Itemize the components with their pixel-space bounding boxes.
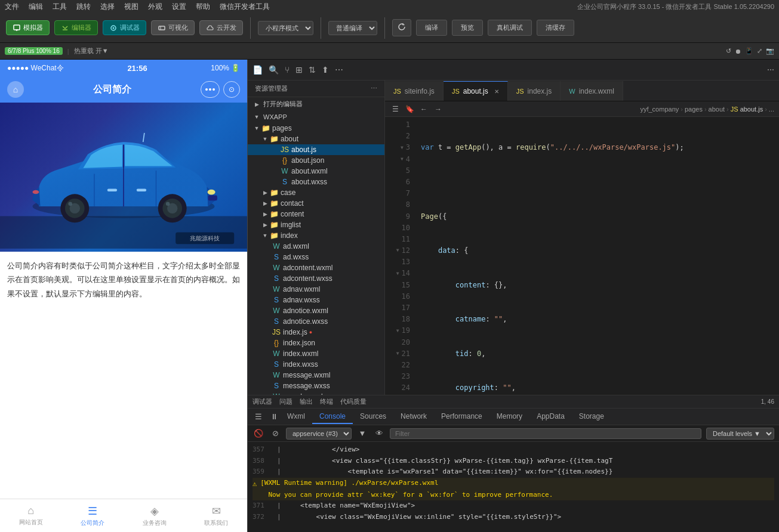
breadcrumb-pages[interactable]: pages bbox=[685, 106, 703, 113]
sim-nav-contact[interactable]: ✉ 联系我们 bbox=[186, 499, 248, 532]
real-device-button[interactable]: 真机调试 bbox=[488, 20, 532, 36]
tree-index-js[interactable]: JS index.js ● bbox=[248, 327, 384, 338]
tree-about-folder[interactable]: ▼ 📁 about bbox=[248, 134, 384, 144]
bookmark-icon[interactable]: 🔖 bbox=[404, 104, 415, 115]
menu-edit[interactable]: 编辑 bbox=[29, 2, 43, 12]
cloud-button[interactable]: 云开发 bbox=[199, 20, 243, 35]
compile-button[interactable]: 编译 bbox=[416, 20, 447, 36]
back-icon[interactable]: ← bbox=[418, 104, 429, 115]
tree-index-folder[interactable]: ▼ 📁 index bbox=[248, 230, 384, 241]
record-icon[interactable]: ⏺ bbox=[735, 48, 741, 55]
source-control-icon[interactable]: ⑂ bbox=[285, 65, 290, 75]
tree-about-js[interactable]: JS about.js bbox=[248, 144, 384, 155]
devtools-sidebar-icon[interactable]: ☰ bbox=[253, 411, 264, 423]
preview-button[interactable]: 预览 bbox=[452, 20, 483, 36]
forward-icon[interactable]: → bbox=[433, 104, 444, 115]
upload-icon[interactable]: ⬆ bbox=[322, 65, 329, 75]
rotate-icon[interactable]: ↺ bbox=[726, 47, 731, 55]
appservice-select[interactable]: appservice (#3) bbox=[286, 428, 352, 440]
refresh-button[interactable] bbox=[392, 19, 411, 36]
sim-record-button[interactable]: ⊙ bbox=[223, 81, 240, 98]
tab-appdata[interactable]: AppData bbox=[529, 410, 572, 424]
tab-sources[interactable]: Sources bbox=[353, 410, 393, 424]
sim-content[interactable]: 兆能源科技 公司简 bbox=[0, 103, 247, 499]
split-icon[interactable]: ⊞ bbox=[295, 65, 303, 75]
tree-ad-wxml[interactable]: W ad.wxml bbox=[248, 241, 384, 252]
tab-network[interactable]: Network bbox=[393, 410, 434, 424]
menu-select[interactable]: 选择 bbox=[100, 2, 115, 12]
files-icon[interactable]: 📄 bbox=[253, 65, 263, 75]
tree-pages-folder[interactable]: ▼ 📁 pages bbox=[248, 123, 384, 134]
sim-nav-business[interactable]: ◈ 业务咨询 bbox=[124, 499, 186, 532]
tree-message-wxss[interactable]: S message.wxss bbox=[248, 381, 384, 391]
menu-appearance[interactable]: 外观 bbox=[148, 2, 162, 12]
tab-wxml[interactable]: Wxml bbox=[280, 410, 312, 424]
console-clear-icon[interactable]: 🚫 bbox=[253, 428, 264, 440]
menu-settings[interactable]: 设置 bbox=[172, 2, 186, 12]
tab-about-js[interactable]: JS about.js ✕ bbox=[444, 81, 508, 101]
tree-case-folder[interactable]: ▶ 📁 case bbox=[248, 187, 384, 198]
editor-button[interactable]: 编辑器 bbox=[54, 20, 98, 35]
tree-about-wxss[interactable]: S about.wxss bbox=[248, 177, 384, 187]
menu-jump[interactable]: 跳转 bbox=[76, 2, 91, 12]
tree-index-wxss[interactable]: S index.wxss bbox=[248, 359, 384, 370]
tree-adcontent-wxss[interactable]: S adcontent.wxss bbox=[248, 273, 384, 284]
devtools-pause-icon[interactable]: ⏸ bbox=[268, 411, 280, 423]
console-stop-icon[interactable]: ⊘ bbox=[269, 428, 281, 440]
phone-icon[interactable]: 📱 bbox=[745, 47, 753, 55]
menu-file[interactable]: 文件 bbox=[5, 2, 19, 12]
sync-icon[interactable]: ⇅ bbox=[309, 65, 316, 75]
breadcrumb-root[interactable]: yyf_company bbox=[640, 106, 679, 113]
sim-nav-home[interactable]: ⌂ 网站首页 bbox=[0, 499, 62, 532]
default-levels-select[interactable]: Default levels ▼ bbox=[706, 428, 774, 440]
sim-nav-about[interactable]: ☰ 公司简介 bbox=[62, 499, 124, 532]
console-eye-icon[interactable]: 👁 bbox=[373, 428, 385, 440]
menu-tools[interactable]: 工具 bbox=[53, 2, 67, 12]
tree-adnotice-wxml[interactable]: W adnotice.wxml bbox=[248, 305, 384, 316]
tab-performance[interactable]: Performance bbox=[434, 410, 489, 424]
appservice-more-icon[interactable]: ▼ bbox=[356, 428, 368, 440]
breadcrumb-about[interactable]: about bbox=[709, 106, 725, 113]
tree-content-folder[interactable]: ▶ 📁 content bbox=[248, 209, 384, 219]
explorer-more-icon[interactable]: ⋯ bbox=[767, 66, 774, 74]
tab-index-js[interactable]: JS index.js bbox=[508, 81, 561, 101]
status-output[interactable]: 输出 bbox=[300, 397, 313, 406]
wxapp-section[interactable]: ▼ WXAPP bbox=[248, 111, 384, 123]
menu-wechat-dev[interactable]: 微信开发者工具 bbox=[220, 2, 270, 12]
search-bar-icon[interactable]: 🔍 bbox=[269, 65, 279, 75]
tree-about-wxml[interactable]: W about.wxml bbox=[248, 166, 384, 177]
debugger-button[interactable]: 调试器 bbox=[103, 20, 146, 35]
sim-home-button[interactable]: ⌂ bbox=[7, 81, 24, 98]
clean-button[interactable]: 清缓存 bbox=[537, 20, 574, 36]
breadcrumb-current[interactable]: about.js bbox=[740, 106, 763, 113]
console-output[interactable]: 357 | </view> 358 | <view class="{{item.… bbox=[248, 442, 779, 532]
tree-contact-folder[interactable]: ▶ 📁 contact bbox=[248, 198, 384, 209]
menu-help[interactable]: 帮助 bbox=[196, 2, 210, 12]
tab-siteinfo-js[interactable]: JS siteinfo.js bbox=[385, 81, 444, 101]
visible-button[interactable]: 可视化 bbox=[151, 20, 195, 35]
tree-message-wxml[interactable]: W message.wxml bbox=[248, 370, 384, 381]
status-code-quality[interactable]: 代码质量 bbox=[340, 397, 367, 406]
tree-adnav-wxss[interactable]: S adnav.wxss bbox=[248, 295, 384, 305]
sidebar-toggle-icon[interactable]: ☰ bbox=[390, 104, 401, 115]
tab-storage[interactable]: Storage bbox=[572, 410, 611, 424]
tree-about-json[interactable]: {} about.json bbox=[248, 155, 384, 166]
console-filter-input[interactable] bbox=[390, 428, 701, 439]
tab-memory[interactable]: Memory bbox=[489, 410, 529, 424]
status-issues[interactable]: 问题 bbox=[279, 397, 292, 406]
status-terminal[interactable]: 终端 bbox=[320, 397, 333, 406]
menu-view[interactable]: 视图 bbox=[124, 2, 138, 12]
tree-ad-wxss[interactable]: S ad.wxss bbox=[248, 252, 384, 262]
compile-select[interactable]: 普通编译 bbox=[328, 21, 377, 35]
more-icon[interactable]: ⋯ bbox=[335, 65, 343, 75]
mode-select[interactable]: 小程序模式 bbox=[258, 21, 313, 35]
tree-adnav-wxml[interactable]: W adnav.wxml bbox=[248, 284, 384, 295]
about-tab-close[interactable]: ✕ bbox=[494, 88, 499, 95]
tree-index-json[interactable]: {} index.json bbox=[248, 338, 384, 348]
tab-index-wxml[interactable]: W index.wxml bbox=[561, 81, 623, 101]
tree-adnotice-wxss[interactable]: S adnotice.wxss bbox=[248, 316, 384, 327]
code-container[interactable]: 1 2 ▼3 ▼4 5 6 7 8 9 10 11 ▼12 13 ▼14 bbox=[385, 117, 779, 395]
tab-console[interactable]: Console bbox=[312, 410, 353, 424]
screenshot-icon[interactable]: 📷 bbox=[766, 47, 774, 55]
tree-index-wxml[interactable]: W index.wxml bbox=[248, 348, 384, 359]
